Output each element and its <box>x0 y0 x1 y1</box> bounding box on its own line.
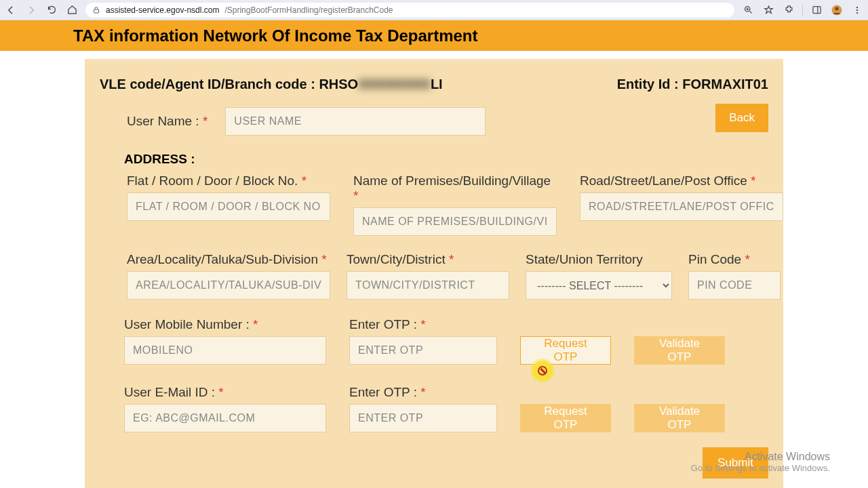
bookmark-star-icon[interactable] <box>762 3 775 17</box>
address-bar[interactable]: assisted-service.egov-nsdl.com/SpringBoo… <box>85 3 734 18</box>
email-label: User E-Mail ID : * <box>124 385 326 400</box>
mobile-request-otp-button[interactable]: Request OTP <box>520 336 611 365</box>
svg-rect-0 <box>94 9 99 13</box>
email-input[interactable] <box>124 404 326 432</box>
url-host: assisted-service.egov-nsdl.com <box>106 5 219 15</box>
email-otp-label: Enter OTP : * <box>349 385 497 400</box>
pin-input[interactable] <box>688 271 781 300</box>
mobile-otp-label: Enter OTP : * <box>349 317 497 332</box>
toolbar-divider <box>802 4 803 16</box>
mobile-validate-otp-button[interactable]: Validate OTP <box>634 336 725 365</box>
road-input[interactable] <box>580 192 783 221</box>
svg-point-5 <box>856 6 858 7</box>
city-label: Town/City/District * <box>347 252 509 267</box>
form-panel: VLE code/Agent ID/Branch code : RHSOXXXX… <box>85 59 783 488</box>
kebab-menu-icon[interactable] <box>850 3 864 17</box>
nav-reload-icon[interactable] <box>45 3 58 17</box>
area-label: Area/Locality/Taluka/Sub-Division * <box>127 252 330 267</box>
state-select[interactable]: -------- SELECT -------- <box>526 271 672 300</box>
profile-avatar-icon[interactable] <box>830 3 844 17</box>
address-section-label: ADDRESS : <box>124 152 768 167</box>
site-info-icon[interactable] <box>92 6 100 14</box>
page-title: TAX information Network Of Income Tax De… <box>73 26 478 45</box>
url-path: /SpringBootFormHandling/registerBranchCo… <box>224 5 393 15</box>
extensions-icon[interactable] <box>782 3 795 17</box>
pin-label: Pin Code * <box>688 252 781 267</box>
user-name-input[interactable] <box>225 107 486 136</box>
svg-point-6 <box>856 9 858 10</box>
city-input[interactable] <box>347 271 509 300</box>
user-name-label: User Name : * <box>127 114 208 129</box>
premises-input[interactable] <box>353 207 557 236</box>
svg-point-4 <box>835 7 838 10</box>
premises-label: Name of Premises/Building/Village * <box>353 174 557 203</box>
svg-point-7 <box>856 12 858 13</box>
back-button[interactable]: Back <box>715 104 768 132</box>
sidepanel-icon[interactable] <box>810 3 823 17</box>
email-request-otp-button[interactable]: Request OTP <box>520 404 611 432</box>
mobile-label: User Mobile Number : * <box>124 317 326 332</box>
road-label: Road/Street/Lane/Post Office * <box>580 174 783 188</box>
zoom-icon[interactable] <box>741 3 755 17</box>
svg-rect-2 <box>812 7 820 14</box>
nav-home-icon[interactable] <box>65 3 79 17</box>
flat-input[interactable] <box>127 192 330 221</box>
page-banner: TAX information Network Of Income Tax De… <box>0 20 868 51</box>
email-validate-otp-button[interactable]: Validate OTP <box>634 404 725 432</box>
state-label: State/Union Territory <box>526 252 672 267</box>
windows-activation-watermark: Activate Windows Go to Settings to activ… <box>691 451 830 473</box>
nav-back-icon[interactable] <box>4 3 18 17</box>
mobile-otp-input[interactable] <box>349 336 497 365</box>
mobile-input[interactable] <box>124 336 326 365</box>
vle-code-heading: VLE code/Agent ID/Branch code : RHSOXXXX… <box>100 77 443 92</box>
entity-id-heading: Entity Id : FORMAXIT01 <box>617 77 768 92</box>
browser-toolbar: assisted-service.egov-nsdl.com/SpringBoo… <box>0 0 868 20</box>
email-otp-input[interactable] <box>349 404 497 432</box>
area-input[interactable] <box>127 271 330 300</box>
flat-label: Flat / Room / Door / Block No. * <box>127 174 330 188</box>
nav-forward-icon <box>24 3 38 17</box>
